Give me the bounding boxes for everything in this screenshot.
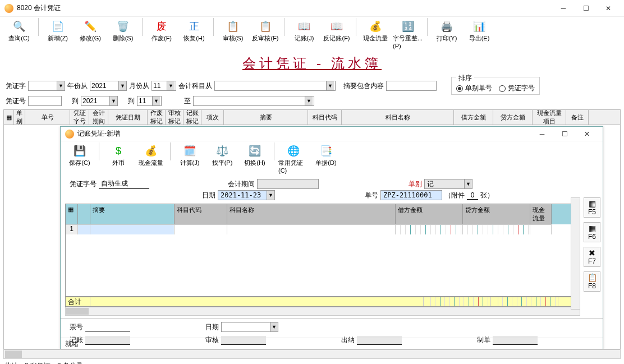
inner-minimize-button[interactable]: ─ — [531, 126, 553, 142]
currency-button[interactable]: $外币 — [103, 142, 134, 177]
renumber-button[interactable]: 🔢字号重整...(P) — [392, 18, 424, 52]
delete-button[interactable]: 🗑️删除(S) — [107, 18, 139, 52]
column-header[interactable]: 科目名称 — [342, 110, 454, 125]
status-bar: 共计：0 张凭证，0 条分录。 — [0, 359, 624, 364]
inner-close-button[interactable]: ✕ — [576, 126, 598, 142]
column-header[interactable]: 记账标记 — [183, 110, 201, 125]
year-from-label: 年份从 — [67, 81, 88, 91]
total-label: 合计 — [66, 297, 90, 306]
cell-summary[interactable] — [90, 224, 175, 234]
piaohao-input[interactable] — [85, 322, 130, 331]
unpost-button[interactable]: 📖反记账(F) — [321, 18, 352, 52]
month-from-combo[interactable]: ▼ — [152, 81, 176, 91]
inner-titlebar: 记账凭证-新增 ─ ☐ ✕ — [61, 127, 603, 141]
period-value[interactable] — [257, 179, 319, 189]
edit-button[interactable]: ✏️修改(G) — [75, 18, 106, 52]
calc-button[interactable]: 🗓️计算(J) — [174, 142, 205, 177]
sort-opt1[interactable]: 单别单号 — [456, 84, 492, 93]
column-header[interactable]: 凭证字号 — [70, 110, 89, 125]
cell-subject-name[interactable] — [227, 224, 396, 234]
column-header[interactable]: 审核标记 — [166, 110, 183, 125]
inner-column-header[interactable]: 现金流量 — [530, 204, 552, 224]
inner-status: 就绪 — [61, 338, 603, 349]
column-header[interactable]: 摘要 — [224, 110, 308, 125]
cashflow-button[interactable]: 💰现金流量 — [360, 18, 391, 52]
restore-button[interactable]: 正恢复(H) — [178, 18, 210, 52]
close-button[interactable]: ✕ — [597, 1, 620, 16]
date-combo[interactable]: 2021-11-23▼ — [218, 190, 275, 200]
minimize-button[interactable]: ─ — [552, 1, 575, 16]
month-to-combo[interactable]: ▼ — [137, 96, 162, 106]
pzzh-value[interactable]: 自动生成 — [99, 179, 149, 189]
inner-app-icon — [65, 130, 74, 139]
balance-button[interactable]: ⚖️找平(P) — [207, 142, 238, 177]
pzz-combo[interactable]: ▼ — [28, 81, 65, 91]
danhao-value: ZPZ-21110001 — [380, 190, 442, 200]
sort-group-title: 排序 — [456, 74, 474, 82]
riqi-combo[interactable]: ▼ — [221, 322, 278, 332]
month-from-label: 月份从 — [129, 81, 149, 91]
inner-column-header[interactable]: 摘要 — [90, 204, 175, 224]
attach-label: （附件 — [444, 191, 465, 200]
column-header[interactable]: 会计期间 — [89, 110, 108, 125]
column-header[interactable]: 项次 — [201, 110, 224, 125]
export-button[interactable]: 📊导出(E) — [464, 18, 495, 52]
side-button-f5[interactable]: ▦F5 — [584, 197, 600, 218]
year-to-combo[interactable]: ▼ — [81, 96, 118, 106]
inner-vscroll[interactable] — [571, 197, 580, 310]
attach-value[interactable]: 0 — [467, 191, 478, 200]
row-number[interactable]: 1 — [66, 224, 78, 234]
inner-column-header[interactable]: 借方金额 — [396, 204, 463, 224]
side-button-f7[interactable]: ✖F7 — [584, 247, 600, 267]
grid-header: ▦ 单别单号凭证字号会计期间凭证日期作废标记审核标记记账标记项次摘要科目代码科目… — [3, 109, 621, 125]
inner-hscroll[interactable] — [65, 307, 580, 316]
switch-button[interactable]: 🔄切换(H) — [239, 142, 270, 177]
add-button[interactable]: 📄新增(Z) — [42, 18, 74, 52]
subject-from-label: 会计科目从 — [178, 81, 212, 91]
pzh-label: 凭证号 — [6, 96, 26, 106]
print-button[interactable]: 🖨️打印(Y) — [431, 18, 462, 52]
column-header[interactable]: 单别 — [14, 110, 25, 125]
row-selector-header[interactable]: ▦ — [4, 110, 14, 125]
save-button[interactable]: 💾保存(C) — [64, 142, 95, 177]
cell-subject-code[interactable] — [175, 224, 227, 234]
maximize-button[interactable]: ☐ — [575, 1, 597, 16]
inner-column-header[interactable]: 科目代码 — [175, 204, 227, 224]
query-button[interactable]: 🔍查询(C) — [3, 18, 35, 52]
cell-cashflow[interactable] — [530, 224, 552, 234]
cell-debit[interactable] — [396, 224, 463, 234]
column-header[interactable]: 单号 — [25, 110, 70, 125]
year-from-combo[interactable]: ▼ — [90, 81, 127, 91]
cell-credit[interactable] — [463, 224, 530, 234]
summary-input[interactable] — [386, 81, 437, 91]
inner-maximize-button[interactable]: ☐ — [553, 126, 576, 142]
column-header[interactable]: 科目代码 — [308, 110, 342, 125]
subject-to-combo[interactable]: ▼ — [193, 96, 314, 106]
column-header[interactable]: 凭证日期 — [108, 110, 148, 125]
bill-button[interactable]: 📑单据(D) — [310, 142, 342, 177]
main-hscroll[interactable] — [3, 349, 621, 359]
cashflow-button[interactable]: 💰现金流量 — [135, 142, 167, 177]
column-header[interactable]: 现金流量项目 — [533, 110, 566, 125]
attach-suffix: 张） — [480, 191, 494, 200]
subject-from-combo[interactable]: ▼ — [214, 81, 336, 91]
common-button[interactable]: 🌐常用凭证(C) — [278, 142, 309, 177]
side-button-f6[interactable]: ▦F6 — [584, 222, 600, 242]
period-label: 会计期间 — [228, 179, 255, 189]
pzh-input[interactable] — [28, 96, 62, 106]
column-header[interactable]: 贷方金额 — [493, 110, 533, 125]
post-button[interactable]: 📖记账(J) — [288, 18, 320, 52]
column-header[interactable]: 作废标记 — [148, 110, 166, 125]
column-header[interactable]: 借方金额 — [454, 110, 493, 125]
column-header[interactable]: 备注 — [566, 110, 589, 125]
audit-button[interactable]: 📋审核(S) — [217, 18, 249, 52]
inner-column-header[interactable]: 科目名称 — [227, 204, 396, 224]
void-button[interactable]: 废作废(F) — [146, 18, 177, 52]
main-titlebar: 8020 会计凭证 ─ ☐ ✕ — [0, 0, 624, 17]
side-button-f8[interactable]: 📋F8 — [584, 271, 600, 292]
inner-column-header[interactable]: 贷方金额 — [463, 204, 530, 224]
month-to-label: 到 — [128, 96, 135, 106]
danbie-combo[interactable]: 记▼ — [424, 179, 472, 189]
sort-opt2[interactable]: 凭证字号 — [499, 84, 535, 93]
unaudit-button[interactable]: 📋反审核(F) — [250, 18, 281, 52]
